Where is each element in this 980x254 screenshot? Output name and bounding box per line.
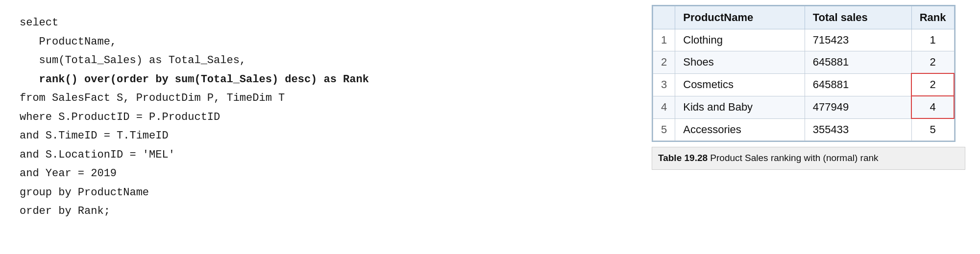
code-line: sum(Total_Sales) as Total_Sales,: [20, 51, 627, 70]
code-line: group by ProductName: [20, 184, 627, 203]
cell-rank: 2: [911, 51, 954, 74]
code-line: ProductName,: [20, 33, 627, 52]
code-panel: select ProductName, sum(Total_Sales) as …: [0, 0, 647, 235]
code-line: and Year = 2019: [20, 164, 627, 184]
table-row: 3Cosmetics6458812: [653, 73, 955, 96]
cell-product-name: Accessories: [675, 118, 805, 141]
code-line: and S.LocationID = 'MEL': [20, 146, 627, 165]
code-line: where S.ProductID = P.ProductID: [20, 108, 627, 127]
cell-product-name: Shoes: [675, 51, 805, 74]
table-row: 2Shoes6458812: [653, 51, 955, 74]
cell-product-name: Kids and Baby: [675, 96, 805, 118]
cell-rank: 4: [911, 96, 954, 118]
code-line: and S.TimeID = T.TimeID: [20, 127, 627, 146]
table-row: 1Clothing7154231: [653, 29, 955, 51]
cell-row-num: 4: [653, 96, 675, 118]
col-header-sales: Total sales: [805, 6, 911, 29]
cell-rank: 5: [911, 118, 954, 141]
col-header-rank: Rank: [911, 6, 954, 29]
table-wrapper: ProductName Total sales Rank 1Clothing71…: [652, 5, 956, 142]
col-header-product: ProductName: [675, 6, 805, 29]
cell-row-num: 3: [653, 73, 675, 96]
right-panel: ProductName Total sales Rank 1Clothing71…: [647, 0, 980, 180]
code-line: order by Rank;: [20, 202, 627, 221]
table-row: 5Accessories3554335: [653, 118, 955, 141]
caption-bold-text: Table 19.28: [658, 153, 708, 163]
table-row: 4Kids and Baby4779494: [653, 96, 955, 118]
cell-total-sales: 477949: [805, 96, 911, 118]
cell-rank: 2: [911, 73, 954, 96]
cell-total-sales: 715423: [805, 29, 911, 51]
cell-total-sales: 355433: [805, 118, 911, 141]
code-line: from SalesFact S, ProductDim P, TimeDim …: [20, 89, 627, 108]
cell-total-sales: 645881: [805, 73, 911, 96]
cell-row-num: 1: [653, 29, 675, 51]
table-caption: Table 19.28 Product Sales ranking with (…: [652, 147, 965, 170]
results-table: ProductName Total sales Rank 1Clothing71…: [653, 6, 955, 141]
code-line: select: [20, 14, 627, 33]
cell-product-name: Cosmetics: [675, 73, 805, 96]
code-line: rank() over(order by sum(Total_Sales) de…: [20, 70, 627, 90]
cell-total-sales: 645881: [805, 51, 911, 74]
col-header-num: [653, 6, 675, 29]
cell-row-num: 2: [653, 51, 675, 74]
cell-rank: 1: [911, 29, 954, 51]
cell-product-name: Clothing: [675, 29, 805, 51]
cell-row-num: 5: [653, 118, 675, 141]
caption-rest-text: Product Sales ranking with (normal) rank: [708, 153, 878, 163]
